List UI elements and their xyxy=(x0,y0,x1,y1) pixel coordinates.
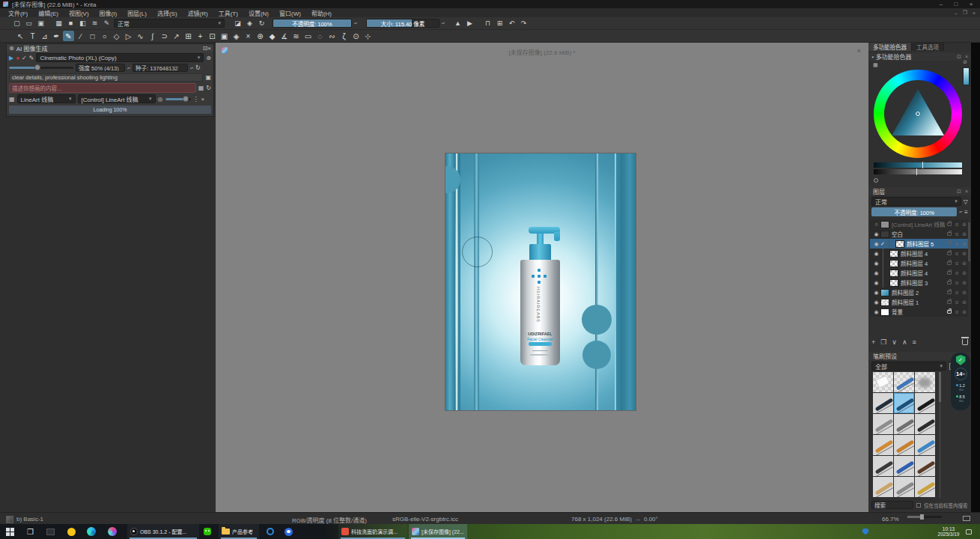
control-type-dropdown[interactable]: LineArt 线稿 ▾ xyxy=(17,94,76,103)
tool-18[interactable]: ◈ xyxy=(231,31,242,41)
menu-item-2[interactable]: 视图(V) xyxy=(64,9,94,17)
layer-alpha-icon[interactable]: α xyxy=(953,290,961,295)
brush-preset-15[interactable] xyxy=(873,477,893,497)
tool-24[interactable]: ▭ xyxy=(302,31,314,41)
brush-search-input[interactable]: 搜索 xyxy=(871,501,913,509)
layer-lock-icon[interactable] xyxy=(947,232,952,236)
layer-properties-icon[interactable]: ⊛ xyxy=(961,251,968,257)
mini-color-button[interactable] xyxy=(874,178,878,183)
color-selector-header[interactable]: ● 多功能拾色器 ⊡ × xyxy=(868,52,971,61)
app-icon-blue-ring[interactable] xyxy=(267,524,274,539)
layer-lock-icon[interactable] xyxy=(947,271,952,275)
menu-item-5[interactable]: 选择(S) xyxy=(152,9,183,17)
tool-21[interactable]: ◆ xyxy=(267,31,278,41)
float-docker-icon[interactable]: ⊡ xyxy=(203,45,208,52)
tool-15[interactable]: + xyxy=(195,31,206,41)
seed-spinner[interactable]: ▴▾ xyxy=(190,67,193,70)
minimize-button[interactable]: – xyxy=(934,1,949,7)
undo-icon[interactable]: ↶ xyxy=(507,19,517,27)
current-color-swatch[interactable] xyxy=(963,67,970,85)
menu-item-10[interactable]: 帮助(H) xyxy=(306,9,337,17)
close-docker-icon[interactable]: × xyxy=(965,54,968,59)
close-docker-icon[interactable]: × xyxy=(207,45,211,52)
record-icon[interactable]: ● xyxy=(16,55,19,61)
brush-preset-10[interactable] xyxy=(894,435,914,455)
tool-6[interactable]: □ xyxy=(87,31,98,41)
maximize-button[interactable]: □ xyxy=(949,1,964,7)
add-layer-button[interactable]: + xyxy=(871,338,875,346)
mirror-horizontal-icon[interactable]: ▲ xyxy=(453,19,463,27)
menu-item-4[interactable]: 图层(L) xyxy=(122,9,152,17)
brush-preset-2[interactable] xyxy=(915,372,935,392)
opacity-spinner[interactable]: ▴▾ xyxy=(354,22,357,25)
layer-row-0[interactable]: ○[Control] LineArt 线稿α⊛ xyxy=(870,219,968,229)
tool-12[interactable]: ⊃ xyxy=(159,31,170,41)
mdi-minimize-icon[interactable]: – xyxy=(955,10,958,16)
show-desktop-button[interactable] xyxy=(977,524,980,539)
layer-lock-icon[interactable] xyxy=(947,252,952,255)
layer-row-7[interactable]: ◉颜料图层 2α⊛ xyxy=(870,287,968,297)
layer-lock-icon[interactable] xyxy=(947,290,952,294)
media-app-icon[interactable] xyxy=(108,524,117,539)
menu-kebab-icon[interactable]: ⋮ xyxy=(193,96,199,103)
history-icon[interactable]: ↻ xyxy=(206,85,211,91)
file-icon-0[interactable]: ▢ xyxy=(12,19,22,27)
preserve-alpha-icon[interactable]: ◈ xyxy=(245,19,255,27)
layer-visibility-icon[interactable]: ○ xyxy=(872,222,880,227)
layers-docker-header[interactable]: 图层 ⊡ × xyxy=(868,187,971,195)
notification-icon[interactable] xyxy=(966,524,972,539)
layer-properties-icon[interactable]: ⊛ xyxy=(961,231,968,237)
tool-19[interactable]: × xyxy=(243,31,254,41)
start-button[interactable] xyxy=(6,524,14,539)
snap-icon[interactable]: ⊓ xyxy=(483,19,493,27)
layer-lock-icon[interactable] xyxy=(947,222,952,226)
folder-shortcut-button[interactable]: 产品参考 xyxy=(219,524,259,539)
task-view-button[interactable]: ❐ xyxy=(27,524,34,539)
strength-slider[interactable] xyxy=(9,67,73,69)
tool-17[interactable]: ▣ xyxy=(219,31,230,41)
tool-11[interactable]: ∫ xyxy=(147,31,158,41)
apply-check-icon[interactable]: ✓ xyxy=(22,55,27,61)
color-selector-dot[interactable] xyxy=(916,112,920,116)
layer-properties-icon[interactable]: ⊛ xyxy=(961,270,968,276)
brush-preset-14[interactable] xyxy=(915,456,935,476)
ai-docker-header[interactable]: ⊛ AI 图像生成 ⊡ × xyxy=(7,44,213,52)
layer-row-1[interactable]: ◉空白α⊛ xyxy=(870,229,968,239)
layer-visibility-icon[interactable]: ◉ xyxy=(872,299,880,305)
color-wheel[interactable] xyxy=(874,70,962,158)
tool-26[interactable]: ∾ xyxy=(326,31,338,41)
tool-23[interactable]: ≋ xyxy=(290,31,302,41)
layer-visibility-icon[interactable]: ◉ xyxy=(872,270,880,276)
canvas-area[interactable]: [未保存图像] (22.6 MiB) * × xyxy=(216,43,868,512)
layer-alpha-icon[interactable]: α xyxy=(953,299,961,305)
brush-preset-7[interactable] xyxy=(894,414,914,434)
layer-lock-icon[interactable] xyxy=(947,300,952,304)
model-dropdown[interactable]: Cinematic Photo (XL) (Copy) ▾ xyxy=(36,53,204,62)
layer-row-4[interactable]: ◉颜料图层 4α⊛ xyxy=(870,258,968,268)
file-icon-2[interactable]: ▣ xyxy=(36,19,46,27)
brush-preset-4[interactable] xyxy=(894,393,914,413)
resource-icon-1[interactable]: ■ xyxy=(66,19,76,27)
layer-row-5[interactable]: ◉颜料图层 4α⊛ xyxy=(870,268,968,278)
menu-item-3[interactable]: 图像(I) xyxy=(94,9,123,17)
obs-app-button[interactable]: OBS 30.1.2 - 配置... xyxy=(127,524,199,539)
layer-visibility-icon[interactable]: ◉ xyxy=(872,261,880,267)
layer-visibility-icon[interactable]: ◉ xyxy=(872,280,880,286)
menu-item-6[interactable]: 滤镜(R) xyxy=(183,9,213,17)
canvas-artwork[interactable]: HSIRAIREABS UDIZRIFAEL Facial Cleanser xyxy=(445,153,636,410)
blending-mode-dropdown[interactable]: 正常 ▾ xyxy=(114,19,225,28)
tool-7[interactable]: ○ xyxy=(99,31,110,41)
edge-browser-icon[interactable] xyxy=(87,524,96,539)
wrap-around-icon[interactable]: ⊞ xyxy=(495,19,505,27)
float-docker-icon[interactable]: ⊡ xyxy=(957,54,961,60)
layer-row-8[interactable]: ◉颜料图层 1α⊛ xyxy=(870,297,968,307)
brush-preset-8[interactable] xyxy=(915,414,935,434)
brush-preview-chip[interactable] xyxy=(6,516,13,523)
resource-icon-4[interactable]: ✎ xyxy=(102,19,112,27)
tool-2[interactable]: ⊿ xyxy=(39,31,50,41)
close-button[interactable]: × xyxy=(964,1,979,7)
strength-spinner[interactable]: ▴▾ xyxy=(127,67,130,70)
layer-properties-icon[interactable]: ⊛ xyxy=(961,261,968,267)
presentation-window-button[interactable]: 科技洗面奶演示调... xyxy=(338,524,407,539)
control-model-dropdown[interactable]: [Control] LineArt 线稿 ▾ xyxy=(78,94,156,103)
